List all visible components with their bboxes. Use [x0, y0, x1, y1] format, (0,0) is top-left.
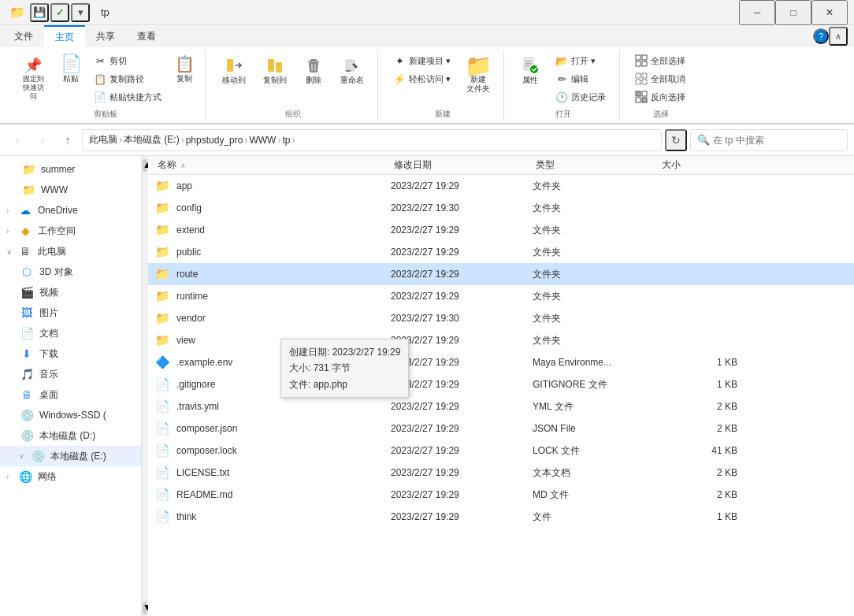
- expand-icon: ›: [6, 206, 16, 215]
- sidebar-item-www[interactable]: 📁 WWW: [0, 180, 141, 200]
- sidebar-item-pictures[interactable]: 🖼 图片: [0, 302, 141, 323]
- main-area: 📁 summer 📁 WWW › ☁ OneDrive › ◆ 工作空间 ∨ 🖥…: [0, 156, 854, 616]
- invert-select-button[interactable]: 反向选择: [629, 88, 692, 106]
- table-row[interactable]: 📄 composer.json 2023/2/27 19:29 JSON Fil…: [148, 417, 854, 440]
- file-icon: 📄: [154, 465, 170, 481]
- table-row[interactable]: 📄 .travis.yml 2023/2/27 19:29 YML 文件 2 K…: [148, 395, 854, 417]
- copy-to-button[interactable]: 复制到: [256, 52, 294, 90]
- search-input[interactable]: [713, 135, 841, 146]
- table-row[interactable]: 📁 runtime 2023/2/27 19:29 文件夹: [148, 285, 854, 307]
- close-button[interactable]: ✕: [811, 0, 848, 25]
- file-name: config: [176, 202, 391, 213]
- tab-file[interactable]: 文件: [3, 25, 44, 47]
- sidebar-item-drive-e[interactable]: ∨ 💿 本地磁盘 (E:): [0, 446, 141, 466]
- sidebar-item-music[interactable]: 🎵 音乐: [0, 364, 141, 384]
- organize-buttons: 移动到 复制到 删除: [215, 50, 371, 107]
- search-box[interactable]: 🔍: [690, 129, 848, 151]
- table-row[interactable]: 📁 vendor 2023/2/27 19:30 文件夹: [148, 307, 854, 329]
- forward-button[interactable]: ›: [32, 129, 54, 151]
- pin-button[interactable]: 📌 固定到快速访问: [13, 52, 54, 104]
- maximize-button[interactable]: □: [775, 0, 811, 25]
- paste-button[interactable]: 📄 粘贴: [57, 52, 85, 87]
- qa-checkmark-button[interactable]: ✓: [50, 3, 69, 22]
- tab-home[interactable]: 主页: [44, 25, 85, 47]
- sidebar-item-drive-d[interactable]: 💿 本地磁盘 (D:): [0, 425, 141, 446]
- table-row[interactable]: 📄 composer.lock 2023/2/27 19:29 LOCK 文件 …: [148, 440, 854, 462]
- table-row[interactable]: 📁 app 2023/2/27 19:29 文件夹: [148, 175, 854, 197]
- copy-path-button[interactable]: 📋 复制路径: [88, 70, 167, 87]
- sidebar-item-label: 3D 对象: [39, 265, 73, 279]
- file-icon: 📁: [154, 200, 170, 216]
- file-icon: 🔷: [154, 354, 170, 370]
- tab-view[interactable]: 查看: [126, 25, 167, 47]
- delete-button[interactable]: 删除: [297, 52, 330, 90]
- cut-button[interactable]: ✂ 剪切: [88, 52, 167, 69]
- open-btn[interactable]: 📂 打开 ▾: [550, 52, 613, 69]
- rename-button[interactable]: 重命名: [333, 52, 371, 90]
- paste-shortcut-button[interactable]: 📄 粘贴快捷方式: [88, 88, 167, 106]
- new-item-button[interactable]: ✦ 新建项目 ▾: [388, 52, 456, 69]
- breadcrumb[interactable]: 此电脑 › 本地磁盘 (E:) › phpstudy_pro › WWW › t…: [82, 129, 662, 151]
- easy-access-button[interactable]: ⚡ 轻松访问 ▾: [388, 70, 456, 87]
- file-name: .travis.yml: [176, 401, 391, 412]
- qa-dropdown-button[interactable]: ▾: [71, 3, 90, 22]
- back-button[interactable]: ‹: [6, 129, 28, 151]
- properties-button[interactable]: 属性: [514, 52, 547, 90]
- titlebar-buttons: ─ □ ✕: [739, 0, 848, 25]
- history-button[interactable]: 🕐 历史记录: [550, 88, 613, 106]
- file-type: 文件夹: [533, 246, 659, 259]
- minimize-button[interactable]: ─: [739, 0, 775, 25]
- select-none-button[interactable]: 全部取消: [629, 70, 692, 87]
- table-row[interactable]: 📄 .gitignore 2023/2/27 19:29 GITIGNORE 文…: [148, 373, 854, 395]
- sidebar-item-summer[interactable]: 📁 summer: [0, 159, 141, 180]
- sidebar-item-label: 文档: [39, 327, 58, 340]
- sidebar-item-label: WWW: [41, 184, 68, 195]
- edit-button[interactable]: ✏ 编辑: [550, 70, 613, 87]
- file-icon: 📁: [154, 332, 170, 348]
- col-header-size[interactable]: 大小: [659, 158, 737, 172]
- table-row[interactable]: 📄 LICENSE.txt 2023/2/27 19:29 文本文档 2 KB: [148, 462, 854, 484]
- breadcrumb-item-2: phpstudy_pro: [186, 135, 243, 146]
- new-folder-button[interactable]: 📁 新建文件夹: [459, 52, 497, 98]
- select-all-button[interactable]: 全部选择: [629, 52, 692, 69]
- sidebar-item-docs[interactable]: 📄 文档: [0, 323, 141, 343]
- sidebar-item-desktop[interactable]: 🖥 桌面: [0, 384, 141, 405]
- col-header-name[interactable]: 名称 ∧: [154, 158, 391, 172]
- sidebar-item-3d[interactable]: ⬡ 3D 对象: [0, 262, 141, 282]
- copy-button[interactable]: 📋 复制: [170, 52, 199, 87]
- sidebar-item-thispc[interactable]: ∨ 🖥 此电脑: [0, 241, 141, 262]
- sidebar-item-downloads[interactable]: ⬇ 下载: [0, 343, 141, 364]
- folder-icon: 📁: [20, 182, 36, 198]
- svg-rect-27: [642, 91, 647, 96]
- file-name: .example.env: [176, 357, 391, 368]
- file-icon: 📁: [154, 310, 170, 326]
- ribbon-collapse-button[interactable]: ∧: [829, 27, 848, 46]
- ribbon-content: 📌 固定到快速访问 📄 粘贴 ✂ 剪切: [0, 47, 854, 124]
- table-row[interactable]: 📄 README.md 2023/2/27 19:29 MD 文件 2 KB: [148, 484, 854, 506]
- col-header-date[interactable]: 修改日期: [391, 158, 533, 172]
- sidebar-item-onedrive[interactable]: › ☁ OneDrive: [0, 200, 141, 221]
- open-edit-group: 📂 打开 ▾ ✏ 编辑 🕐 历史记录: [550, 52, 613, 106]
- table-row[interactable]: 📁 route 2023/2/27 19:29 文件夹: [148, 263, 854, 285]
- sidebar-item-windows-ssd[interactable]: 💿 Windows-SSD (: [0, 405, 141, 425]
- table-row[interactable]: 📁 view 2023/2/27 19:29 文件夹: [148, 329, 854, 351]
- table-row[interactable]: 📁 extend 2023/2/27 19:29 文件夹: [148, 219, 854, 241]
- refresh-button[interactable]: ↻: [665, 129, 687, 151]
- table-row[interactable]: 📁 public 2023/2/27 19:29 文件夹: [148, 241, 854, 263]
- quick-access-toolbar: 📁 💾 ✓ ▾: [6, 3, 93, 22]
- file-type: 文件夹: [533, 180, 659, 193]
- table-row[interactable]: 📄 think 2023/2/27 19:29 文件 1 KB: [148, 506, 854, 528]
- ribbon-help-button[interactable]: ?: [813, 28, 829, 44]
- sidebar-item-network[interactable]: › 🌐 网络: [0, 466, 141, 487]
- up-button[interactable]: ↑: [57, 129, 79, 151]
- move-to-button[interactable]: 移动到: [215, 52, 253, 90]
- sidebar-item-video[interactable]: 🎬 视频: [0, 282, 141, 302]
- filelist: 名称 ∧ 修改日期 类型 大小 📁 app 2023/2/27 19:29 文件…: [148, 156, 854, 616]
- file-date: 2023/2/27 19:29: [391, 247, 533, 258]
- col-header-type[interactable]: 类型: [533, 158, 659, 172]
- table-row[interactable]: 🔷 .example.env 2023/2/27 19:29 Maya Envi…: [148, 351, 854, 373]
- table-row[interactable]: 📁 config 2023/2/27 19:30 文件夹: [148, 197, 854, 219]
- qa-save-button[interactable]: 💾: [30, 3, 49, 22]
- tab-share[interactable]: 共享: [85, 25, 126, 47]
- sidebar-item-workspace[interactable]: › ◆ 工作空间: [0, 221, 141, 241]
